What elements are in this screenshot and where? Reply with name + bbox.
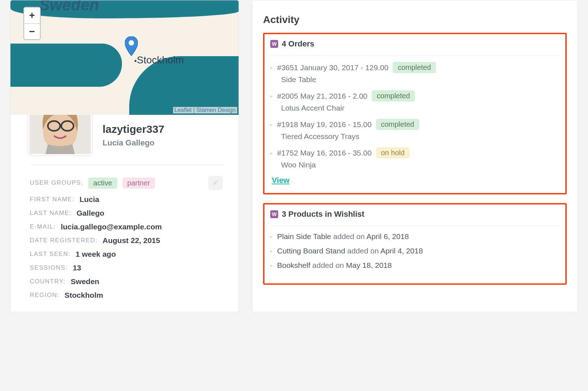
value-last-seen: 1 week ago [76, 250, 116, 259]
order-status-badge: on hold [376, 147, 410, 158]
value-region: Stockholm [64, 291, 103, 300]
zoom-in-button[interactable]: + [24, 8, 40, 23]
order-product: Tiered Accessory Trays [281, 132, 560, 141]
profile-card: Sweden •Stockholm + − Leaflet | Stamen D… [10, 0, 239, 312]
pencil-icon [213, 180, 218, 186]
order-summary: #1752 May 16, 2016 - 35.00 [277, 149, 372, 157]
label-sessions: SESSIONS: [30, 264, 68, 271]
value-date-registered: August 22, 2015 [103, 236, 160, 245]
wishlist-item-name: Cutting Board Stand [277, 247, 345, 255]
order-summary: #2005 May 21, 2016 - 2.00 [277, 92, 367, 100]
label-region: REGION: [30, 292, 59, 299]
wishlist-added-on: added on [347, 247, 379, 255]
order-item[interactable]: ▸#1918 May 19, 2016 - 15.00completedTier… [270, 119, 560, 141]
label-last-name: LAST NAME: [30, 210, 72, 217]
label-country: COUNTRY: [30, 278, 66, 285]
value-email: lucia.gallego@example.com [61, 223, 162, 231]
label-date-registered: DATE REGISTERED: [30, 237, 98, 244]
label-user-groups: USER GROUPS: [30, 179, 83, 186]
order-product: Lotus Accent Chair [281, 104, 560, 112]
wishlist-item[interactable]: ▸Plain Side Table added on April 6, 2018 [270, 232, 560, 241]
value-first-name: Lucia [80, 195, 99, 204]
orders-view-link[interactable]: View [272, 176, 290, 185]
wishlist-section: W 3 Products in Wishlist ▸Plain Side Tab… [263, 203, 567, 285]
caret-right-icon: ▸ [270, 65, 273, 71]
caret-right-icon: ▸ [270, 122, 273, 127]
order-status-badge: completed [393, 62, 436, 73]
edit-button[interactable] [208, 176, 223, 190]
wishlist-item-name: Bookshelf [277, 261, 310, 269]
wishlist-item-name: Plain Side Table [277, 232, 331, 241]
woo-icon: W [270, 40, 278, 48]
profile-header: lazytiger337 Lucia Gallego [10, 115, 239, 165]
caret-right-icon: ▸ [270, 262, 273, 268]
order-item[interactable]: ▸#1752 May 16, 2016 - 35.00on holdWoo Ni… [270, 147, 560, 169]
label-last-seen: LAST SEEN: [30, 251, 71, 258]
wishlist-added-on: added on [312, 261, 344, 269]
wishlist-list: ▸Plain Side Table added on April 6, 2018… [270, 232, 560, 270]
order-summary: #3651 January 30, 2017 - 129.00 [277, 63, 388, 72]
wishlist-added-on: added on [333, 232, 365, 241]
value-country: Sweden [71, 277, 99, 286]
wishlist-item[interactable]: ▸Bookshelf added on May 18, 2018 [270, 261, 560, 270]
map-marker-icon [125, 36, 138, 56]
zoom-out-button[interactable]: − [24, 23, 40, 39]
wishlist-item-date: May 18, 2018 [346, 261, 392, 269]
caret-right-icon: ▸ [270, 150, 273, 156]
map-attribution[interactable]: Leaflet | Stamen Design [173, 107, 237, 113]
order-item[interactable]: ▸#2005 May 21, 2016 - 2.00completedLotus… [270, 90, 560, 112]
value-last-name: Gallego [77, 209, 104, 217]
orders-list: ▸#3651 January 30, 2017 - 129.00complete… [270, 62, 560, 169]
caret-right-icon: ▸ [270, 93, 273, 99]
order-summary: #1918 May 19, 2016 - 15.00 [277, 120, 372, 129]
map[interactable]: Sweden •Stockholm + − Leaflet | Stamen D… [10, 0, 239, 115]
order-product: Woo Ninja [281, 161, 560, 169]
wishlist-heading: 3 Products in Wishlist [282, 210, 365, 219]
label-first-name: FIRST NAME: [30, 196, 74, 203]
map-label-city: •Stockholm [134, 54, 184, 66]
caret-right-icon: ▸ [270, 234, 273, 239]
order-item[interactable]: ▸#3651 January 30, 2017 - 129.00complete… [270, 62, 560, 84]
order-status-badge: completed [376, 119, 419, 130]
map-label-country: Sweden [39, 0, 99, 14]
value-sessions: 13 [73, 264, 81, 272]
badge-group-active[interactable]: active [88, 177, 117, 189]
wishlist-item[interactable]: ▸Cutting Board Stand added on April 4, 2… [270, 247, 560, 255]
map-zoom-controls: + − [23, 7, 41, 40]
svg-point-0 [129, 40, 134, 46]
wishlist-item-date: April 4, 2018 [380, 247, 423, 255]
order-product: Side Table [281, 75, 560, 84]
activity-title: Activity [263, 14, 567, 26]
woo-icon: W [270, 210, 278, 218]
full-name: Lucia Gallego [103, 138, 164, 148]
activity-card: Activity W 4 Orders ▸#3651 January 30, 2… [252, 0, 578, 312]
wishlist-item-date: April 6, 2018 [366, 232, 409, 241]
order-status-badge: completed [372, 90, 415, 102]
label-email: E-MAIL: [30, 223, 56, 230]
badge-group-partner[interactable]: partner [122, 177, 155, 189]
username: lazytiger337 [103, 123, 164, 135]
caret-right-icon: ▸ [270, 248, 273, 254]
orders-heading: 4 Orders [282, 39, 315, 49]
profile-details: USER GROUPS: active partner FIRST NAME:L… [10, 165, 239, 312]
orders-section: W 4 Orders ▸#3651 January 30, 2017 - 129… [263, 33, 567, 194]
